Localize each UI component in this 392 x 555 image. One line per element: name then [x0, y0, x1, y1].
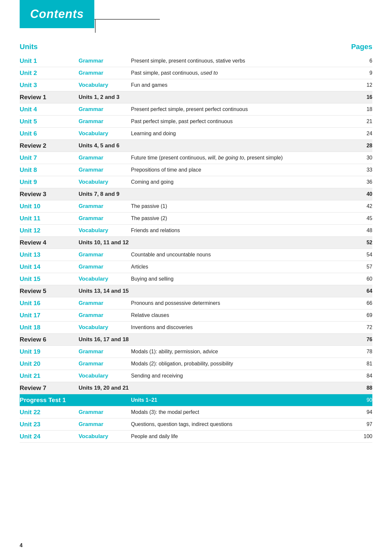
description-text: Sending and receiving	[131, 373, 356, 379]
category-label: Grammar	[79, 70, 131, 76]
unit-label: Unit 8	[20, 166, 79, 174]
category-label: Vocabulary	[79, 276, 131, 282]
unit-label: Unit 5	[20, 118, 79, 125]
unit-label: Review 4	[20, 239, 79, 246]
description-text: Friends and relations	[131, 228, 356, 233]
category-label: Vocabulary	[79, 324, 131, 331]
unit-label: Unit 9	[20, 178, 79, 186]
category-label: Vocabulary	[79, 82, 131, 88]
category-label: Grammar	[79, 118, 131, 125]
toc-row: Unit 12VocabularyFriends and relations48	[20, 225, 372, 237]
description-text: Inventions and discoveries	[131, 324, 356, 330]
toc-row: Unit 22GrammarModals (3): the modal perf…	[20, 406, 372, 418]
category-label: Grammar	[79, 361, 131, 367]
toc-rows: Unit 1GrammarPresent simple, present con…	[20, 55, 372, 443]
footer-page-number: 4	[20, 543, 23, 548]
toc-row: Unit 18VocabularyInventions and discover…	[20, 322, 372, 334]
unit-label: Review 1	[20, 94, 79, 101]
description-text: Modals (2): obligation, probability, pos…	[131, 361, 356, 367]
description-text: Units 1–21	[131, 397, 356, 403]
page-number: 28	[356, 143, 372, 149]
category-label: Vocabulary	[79, 373, 131, 379]
description-text: Modals (3): the modal perfect	[131, 409, 356, 415]
toc-row: Review 7Units 19, 20 and 2188	[20, 382, 372, 394]
unit-label: Unit 3	[20, 82, 79, 89]
description-text: Modals (1): ability, permission, advice	[131, 349, 356, 355]
category-label: Grammar	[79, 167, 131, 173]
page-number: 84	[356, 373, 372, 379]
toc-row: Unit 14GrammarArticles57	[20, 261, 372, 273]
page-number: 42	[356, 203, 372, 209]
toc-row: Unit 11GrammarThe passive (2)45	[20, 213, 372, 225]
unit-label: Unit 10	[20, 203, 79, 210]
page-number: 30	[356, 155, 372, 161]
unit-label: Progress Test 1	[20, 397, 79, 404]
category-label: Units 1, 2 and 3	[79, 94, 131, 101]
toc-row: Unit 20GrammarModals (2): obligation, pr…	[20, 358, 372, 370]
category-label: Vocabulary	[79, 130, 131, 137]
toc-row: Review 4Units 10, 11 and 1252	[20, 237, 372, 249]
unit-label: Review 7	[20, 384, 79, 392]
toc-row: Review 6Units 16, 17 and 1876	[20, 334, 372, 346]
category-label: Grammar	[79, 251, 131, 258]
toc-row: Unit 24VocabularyPeople and daily life10…	[20, 431, 372, 443]
page-number: 54	[356, 252, 372, 258]
page-number: 6	[356, 58, 372, 64]
unit-label: Unit 2	[20, 69, 79, 77]
page-number: 66	[356, 300, 372, 306]
description-text: Fun and games	[131, 82, 356, 88]
description-text: The passive (1)	[131, 203, 356, 209]
unit-label: Unit 18	[20, 324, 79, 331]
description-text: Coming and going	[131, 179, 356, 185]
page-number: 60	[356, 276, 372, 282]
category-label: Units 16, 17 and 18	[79, 336, 131, 343]
category-label: Grammar	[79, 264, 131, 270]
unit-label: Unit 22	[20, 409, 79, 416]
header: Contents	[20, 0, 372, 33]
unit-label: Review 6	[20, 336, 79, 343]
unit-label: Review 2	[20, 142, 79, 149]
category-label: Grammar	[79, 409, 131, 416]
toc-row: Unit 15VocabularyBuying and selling60	[20, 273, 372, 285]
toc-row: Progress Test 1Units 1–2190	[20, 394, 372, 406]
unit-label: Unit 12	[20, 227, 79, 234]
category-label: Vocabulary	[79, 227, 131, 234]
unit-label: Unit 14	[20, 263, 79, 270]
unit-label: Unit 24	[20, 433, 79, 440]
toc-row: Unit 5GrammarPast perfect simple, past p…	[20, 116, 372, 128]
unit-label: Review 5	[20, 287, 79, 295]
toc-row: Unit 1GrammarPresent simple, present con…	[20, 55, 372, 67]
description-text: Articles	[131, 264, 356, 270]
category-label: Grammar	[79, 155, 131, 161]
unit-label: Unit 17	[20, 312, 79, 319]
toc-table: Units Pages Unit 1GrammarPresent simple,…	[20, 43, 372, 443]
page-number: 45	[356, 215, 372, 221]
category-label: Grammar	[79, 106, 131, 113]
toc-row: Unit 13GrammarCountable and uncountable …	[20, 249, 372, 261]
page: Contents Units Pages Unit 1GrammarPresen…	[0, 0, 392, 555]
description-text: Questions, question tags, indirect quest…	[131, 421, 356, 427]
page-number: 12	[356, 82, 372, 88]
description-text: People and daily life	[131, 434, 356, 439]
description-text: The passive (2)	[131, 215, 356, 221]
category-label: Grammar	[79, 215, 131, 222]
header-horizontal-line	[94, 19, 160, 20]
toc-row: Unit 8GrammarPrepositions of time and pl…	[20, 164, 372, 176]
page-number: 97	[356, 421, 372, 427]
toc-row: Unit 23GrammarQuestions, question tags, …	[20, 418, 372, 431]
page-number: 18	[356, 106, 372, 112]
description-text: Present simple, present continuous, stat…	[131, 58, 356, 64]
toc-row: Review 5Units 13, 14 and 1564	[20, 285, 372, 297]
unit-label: Review 3	[20, 191, 79, 198]
category-label: Grammar	[79, 312, 131, 319]
contents-box: Contents	[20, 0, 94, 28]
page-title: Contents	[30, 7, 84, 21]
description-text: Prepositions of time and place	[131, 167, 356, 173]
toc-row: Unit 9VocabularyComing and going36	[20, 176, 372, 188]
toc-row: Unit 7GrammarFuture time (present contin…	[20, 152, 372, 164]
toc-row: Unit 6VocabularyLearning and doing24	[20, 128, 372, 140]
unit-label: Unit 16	[20, 300, 79, 307]
col-header-pages: Pages	[351, 43, 372, 51]
unit-label: Unit 21	[20, 372, 79, 379]
category-label: Vocabulary	[79, 179, 131, 185]
